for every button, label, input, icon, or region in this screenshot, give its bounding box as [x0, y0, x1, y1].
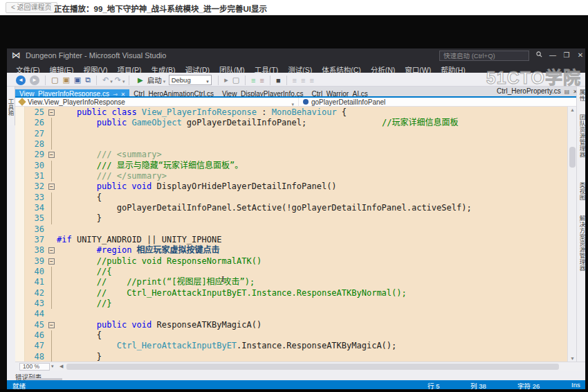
code-line[interactable]: 34 goPlayerDetailInfoPanel.SetActive(!go…: [25, 203, 567, 213]
side-tab-解决方案资源管理器[interactable]: 解决方案资源管理器: [578, 215, 585, 271]
side-tab-属性[interactable]: 属性: [578, 89, 585, 102]
code-line[interactable]: 29− /// <summary>: [25, 150, 567, 160]
status-列 38: 列 38: [470, 381, 486, 389]
horizontal-scrollbar-thumb[interactable]: [66, 364, 559, 370]
close-button[interactable]: ✕: [574, 50, 585, 61]
undo-icon[interactable]: ↶: [102, 75, 109, 84]
side-tab-类视图[interactable]: 类视图: [578, 182, 585, 201]
code-line[interactable]: 31 /// </summary>: [25, 171, 567, 181]
outlining-margin[interactable]: −: [47, 107, 57, 118]
outlining-margin[interactable]: −: [47, 320, 57, 330]
outline-guide: [51, 341, 52, 351]
outline-guide: [51, 213, 52, 224]
file-list-icon[interactable]: ▤: [564, 89, 570, 95]
code-text: goPlayerDetailInfoPanel.SetActive(!goPla…: [57, 203, 472, 213]
outlining-margin[interactable]: −: [47, 256, 57, 267]
code-line[interactable]: 26 public GameObject goPlayerDetailInfoP…: [25, 118, 567, 128]
type-dropdown[interactable]: View.View_PlayerInfoResponse ▾: [15, 98, 299, 107]
line-number: 37: [25, 235, 47, 245]
code-line[interactable]: 25− public class View_PlayerInfoResponse…: [25, 107, 567, 118]
code-line[interactable]: 45− public void ResponseATKByMagicA(): [25, 320, 567, 330]
line-number: 39: [25, 256, 47, 267]
vs-titlebar[interactable]: ⋈ Dungeon Fighter - Microsoft Visual Stu…: [7, 48, 585, 63]
code-line[interactable]: 41 // //print(“[视图层]相应攻击”);: [25, 277, 567, 287]
code-editor[interactable]: 25− public class View_PlayerInfoResponse…: [15, 107, 567, 362]
code-lines: 25− public class View_PlayerInfoResponse…: [25, 107, 567, 362]
breakpoint-margin[interactable]: [15, 107, 25, 362]
code-line[interactable]: 40 //{: [25, 267, 567, 277]
start-debug-label[interactable]: 启动: [147, 76, 162, 84]
collapse-icon[interactable]: −: [48, 152, 55, 158]
back-to-course-button[interactable]: < 返回课程页: [6, 2, 57, 13]
member-dropdown[interactable]: goPlayerDetailInfoPanel ▾: [299, 98, 585, 107]
code-line[interactable]: 30 /// 显示与隐藏“玩家详细信息面板”。: [25, 161, 567, 171]
side-tab-团队资源管理器[interactable]: 团队资源管理器: [578, 114, 585, 158]
list-2-icon[interactable]: ≡: [301, 76, 305, 84]
minimize-button[interactable]: —: [546, 50, 559, 61]
line-number: 30: [25, 161, 47, 171]
collapse-icon[interactable]: −: [48, 258, 55, 265]
code-line[interactable]: 37#if UNITY_ANDROID || UNITY_IPHONE: [25, 235, 567, 245]
scrollbar-thumb[interactable]: [569, 147, 576, 168]
save-all-icon[interactable]: ⧉: [85, 75, 91, 84]
code-line[interactable]: 27: [25, 129, 567, 139]
code-line[interactable]: 42 // Ctrl_HeroAttackInputByET.Instance.…: [25, 288, 567, 299]
restore-button[interactable]: ❐: [560, 50, 573, 61]
code-line[interactable]: 46 {: [25, 330, 567, 341]
code-line[interactable]: 28: [25, 139, 567, 150]
stop-icon[interactable]: ■: [276, 76, 281, 84]
save-icon[interactable]: ▣: [74, 75, 81, 84]
list-1-icon[interactable]: ≡: [293, 76, 297, 84]
preview-icon[interactable]: ▢: [232, 75, 239, 84]
toolbar-separator: [286, 75, 287, 85]
code-line[interactable]: 35 }: [25, 213, 567, 224]
start-debug-icon[interactable]: ▶: [138, 76, 143, 84]
code-line[interactable]: 33 {: [25, 193, 567, 203]
navigate-forward-icon[interactable]: ►: [30, 75, 39, 85]
code-line[interactable]: 39− //public void ResponseNormalATK(): [25, 256, 567, 267]
editor-zoom-dropdown[interactable]: 100 %: [19, 363, 50, 371]
line-number: 33: [25, 193, 47, 203]
toolbar-separator: [245, 75, 246, 85]
scroll-left-icon[interactable]: ◀: [59, 364, 63, 369]
outlining-margin: [47, 224, 57, 235]
code-line[interactable]: 48 }: [25, 352, 567, 362]
code-text: public void DisplayOrHidePlayerDetailInf…: [57, 181, 337, 191]
solution-configurations-dropdown[interactable]: Debug▾: [169, 75, 212, 85]
code-line[interactable]: 44: [25, 309, 567, 319]
quick-launch-input[interactable]: 快速启动 (Ctrl+Q): [439, 51, 529, 61]
collapse-icon[interactable]: −: [48, 247, 55, 253]
outlining-margin[interactable]: −: [47, 245, 57, 256]
toolbox-vertical-tab[interactable]: 工具箱: [7, 87, 15, 125]
code-line[interactable]: 36: [25, 224, 567, 235]
bottom-panel-row: 错误列表: [7, 371, 585, 380]
code-text: {: [57, 193, 102, 202]
line-number: 44: [25, 309, 47, 319]
navigate-back-icon[interactable]: ◄: [16, 75, 26, 85]
comment-icon[interactable]: ≡: [251, 76, 255, 84]
code-text: #if UNITY_ANDROID || UNITY_IPHONE: [57, 235, 221, 244]
new-file-icon[interactable]: ▢: [51, 75, 58, 84]
collapse-icon[interactable]: −: [48, 322, 55, 328]
uncomment-icon[interactable]: ≡: [259, 76, 264, 84]
outlining-margin[interactable]: −: [47, 181, 57, 192]
code-text: /// <summary>: [57, 150, 162, 159]
code-line[interactable]: 43 //}: [25, 299, 567, 309]
code-line[interactable]: 32− public void DisplayOrHidePlayerDetai…: [25, 181, 567, 192]
vertical-scrollbar[interactable]: ▲ ▼: [567, 107, 576, 362]
outlining-margin[interactable]: −: [47, 150, 57, 160]
collapse-icon[interactable]: −: [48, 184, 55, 190]
list-3-icon[interactable]: ≡: [309, 76, 313, 84]
outline-guide: [51, 171, 52, 181]
open-file-icon[interactable]: ▣: [62, 75, 69, 84]
redo-icon[interactable]: ↷: [115, 75, 121, 84]
collapse-icon[interactable]: −: [48, 109, 55, 116]
search-icon[interactable]: [533, 50, 545, 61]
code-line[interactable]: 47 Ctrl_HeroAttackInputByET.Instance.Res…: [25, 341, 567, 351]
field-icon: [303, 99, 309, 105]
code-line[interactable]: 38− #region 相应玩家虚拟按键点击: [25, 245, 567, 256]
attach-icon[interactable]: ▸: [224, 75, 228, 84]
outlining-margin: [47, 139, 57, 150]
chevron-down-icon[interactable]: ▾: [51, 364, 54, 369]
chevron-down-icon: ▾: [163, 79, 166, 84]
